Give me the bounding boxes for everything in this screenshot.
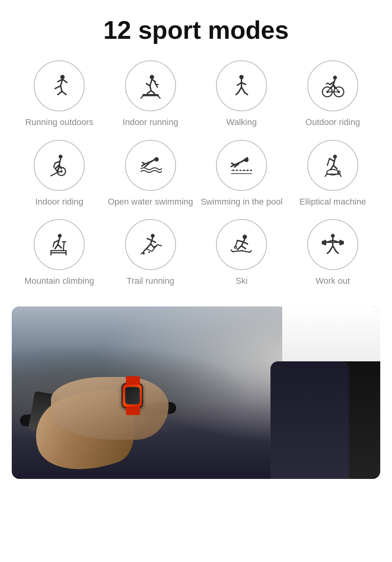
sport-item-work-out: Work out [289,219,377,287]
sport-item-swimming-pool: Swimming in the pool [198,140,285,208]
svg-line-118 [231,250,233,252]
svg-line-119 [250,251,251,252]
workout-icon [319,231,347,258]
svg-line-22 [238,87,241,93]
svg-line-129 [329,246,332,252]
sport-label-mountain-climbing: Mountain climbing [25,276,94,287]
sport-label-swimming-pool: Swimming in the pool [201,196,283,208]
svg-line-50 [54,163,55,167]
svg-line-4 [58,91,62,94]
sport-item-mountain-climbing: Mountain climbing [16,219,103,287]
sport-label-walking: Walking [227,117,257,128]
photo-bg [12,306,380,479]
svg-line-96 [64,242,64,250]
svg-line-84 [325,174,327,176]
svg-point-106 [142,252,145,255]
sport-item-trail-running: Trail running [107,219,194,287]
page-title: 12 sport modes [0,0,392,56]
svg-line-2 [55,86,61,89]
sport-item-running-outdoors: Running outdoors [16,60,103,128]
sport-label-open-water-swimming: Open water swimming [108,196,193,208]
svg-point-107 [148,252,150,253]
cycling-photo [12,306,380,479]
svg-line-117 [241,251,250,252]
svg-line-16 [141,96,143,98]
svg-line-90 [55,245,58,249]
svg-line-113 [243,242,247,244]
sport-icon-circle [307,219,358,270]
svg-line-54 [51,172,58,176]
sport-item-walking: Walking [198,60,285,128]
svg-rect-128 [339,240,342,245]
svg-line-3 [61,86,62,91]
svg-line-5 [62,91,66,94]
sport-label-outdoor-riding: Outdoor riding [305,117,360,128]
svg-line-130 [333,246,336,252]
pool-icon [228,152,255,179]
sport-label-running-outdoors: Running outdoors [25,117,93,128]
sport-label-trail-running: Trail running [127,276,174,287]
sport-label-elliptical-machine: Elliptical machine [299,196,366,208]
svg-line-17 [158,96,160,98]
sport-item-outdoor-riding: Outdoor riding [289,60,377,128]
svg-line-78 [327,158,330,165]
svg-line-66 [232,163,235,165]
sport-icon-circle [34,140,85,191]
svg-line-91 [58,245,62,248]
svg-line-101 [152,241,156,243]
svg-line-12 [147,91,151,94]
svg-line-24 [245,93,248,95]
svg-line-77 [329,158,334,161]
svg-line-9 [150,79,152,86]
svg-line-115 [241,246,246,249]
sport-label-indoor-riding: Indoor riding [35,196,83,208]
svg-line-80 [333,165,337,169]
sport-icon-circle [307,60,358,111]
skiing-icon [228,231,255,258]
sport-item-indoor-riding: Indoor riding [16,140,103,208]
svg-line-102 [147,244,150,248]
sport-icon-circle [216,60,267,111]
svg-line-89 [53,243,54,247]
sport-item-open-water-swimming: Open water swimming [107,140,194,208]
sport-icon-circle [34,60,85,111]
sport-item-ski: Ski [198,219,285,287]
svg-line-60 [142,163,145,164]
running-icon [45,72,73,100]
svg-line-13 [151,91,154,94]
svg-line-104 [151,244,154,247]
sport-item-elliptical-machine: Elliptical machine [289,140,377,208]
sport-label-ski: Ski [236,276,248,287]
svg-point-112 [234,246,237,248]
sport-item-indoor-running: Indoor running [107,60,194,128]
svg-line-85 [339,174,341,176]
svg-line-6 [63,79,67,82]
treadmill-icon [137,72,164,100]
sport-icon-circle [125,60,176,111]
svg-line-131 [327,252,330,254]
walking-icon [228,72,255,100]
sport-icon-circle [216,219,267,270]
svg-line-100 [147,239,151,241]
svg-line-111 [236,241,238,247]
sport-icon-circle [34,219,85,270]
hiking-icon [45,231,73,258]
open-water-icon [137,152,164,179]
svg-line-79 [330,165,333,170]
elliptical-icon [319,152,347,179]
sport-label-work-out: Work out [316,276,350,287]
svg-line-110 [238,241,243,242]
svg-line-11 [150,86,151,91]
svg-line-42 [326,83,328,84]
trail-icon [137,231,164,258]
stationary-bike-icon [45,152,73,179]
svg-line-114 [238,246,242,250]
svg-line-23 [241,87,245,93]
sport-label-indoor-running: Indoor running [123,117,178,128]
sport-icon-circle [307,140,358,191]
svg-line-132 [336,252,338,254]
svg-rect-15 [142,94,159,96]
sport-icon-circle [125,219,176,270]
sports-grid: Running outdoors Indoor running [0,56,392,303]
svg-rect-126 [324,240,326,245]
